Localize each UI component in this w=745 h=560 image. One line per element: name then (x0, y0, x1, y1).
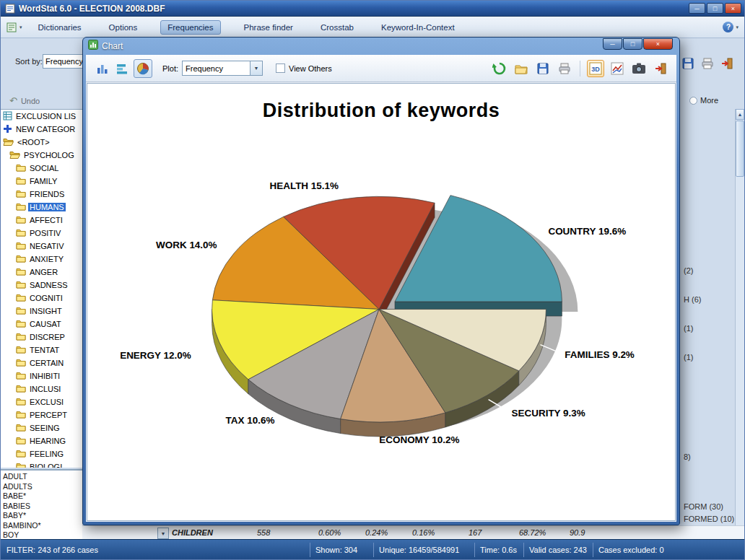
word-list-item[interactable]: BABY* (1, 511, 82, 521)
tree-item-label: ANGER (28, 268, 59, 276)
open-folder-icon[interactable] (513, 60, 530, 77)
word-list-item[interactable]: ADULT (1, 472, 82, 482)
tree-item-hearing[interactable]: HEARING (1, 434, 82, 447)
word-list-item[interactable]: BABIES (1, 502, 82, 512)
folder-icon (16, 241, 26, 251)
vertical-scrollbar[interactable]: ▲ ▼ (735, 109, 744, 541)
close-button[interactable]: × (725, 3, 741, 14)
tree-item-positiv[interactable]: POSITIV (1, 227, 82, 240)
undo-icon: ↶ (9, 95, 17, 106)
tree-item-seeing[interactable]: SEEING (1, 421, 82, 434)
minimize-button[interactable]: ─ (689, 3, 705, 14)
plot-dropdown-icon[interactable]: ▼ (250, 61, 262, 75)
tree-item-family[interactable]: FAMILY (1, 175, 82, 188)
folder-icon (16, 397, 26, 407)
tree-item-biologi[interactable]: BIOLOGI (1, 460, 82, 468)
tree-item-label: FAMILY (28, 177, 58, 185)
chart-close-button[interactable]: × (643, 38, 673, 50)
tree-item-certain[interactable]: CERTAIN (1, 356, 82, 369)
tab-keyword-in-context[interactable]: Keyword-In-Context (377, 21, 459, 34)
tree-item-causat[interactable]: CAUSAT (1, 318, 82, 331)
scroll-thumb[interactable] (736, 121, 744, 177)
table-cell: 558 (257, 528, 270, 537)
tree-item-discrep[interactable]: DISCREP (1, 331, 82, 344)
menu-app-icon[interactable]: ▾ (6, 22, 22, 33)
save-icon[interactable] (681, 57, 694, 73)
word-list-item[interactable]: BAMBINO* (1, 521, 82, 531)
folder-open-icon (3, 137, 14, 147)
folder-icon (16, 436, 26, 446)
tree-item-sadness[interactable]: SADNESS (1, 279, 82, 292)
print-chart-icon[interactable] (556, 60, 573, 77)
exit-chart-icon[interactable] (652, 60, 669, 77)
tree-item-tentat[interactable]: TENTAT (1, 344, 82, 356)
camera-icon[interactable] (630, 60, 648, 77)
list-icon (3, 111, 12, 122)
tree-item-negativ[interactable]: NEGATIV (1, 240, 82, 253)
app-icon (5, 4, 15, 14)
vertical-bar-chart-button[interactable] (93, 59, 112, 78)
background-text-fragment: (1) (684, 353, 693, 362)
tree-item-humans[interactable]: HUMANS (1, 201, 82, 214)
chart-window: Chart ─ □ × Plot: Frequency ▼ View Other… (82, 37, 680, 525)
word-list-item[interactable]: BABE* (1, 491, 82, 502)
tree-item-cogniti[interactable]: COGNITI (1, 292, 82, 305)
help-icon: ? (723, 22, 733, 32)
tree-item-exclusion-lis[interactable]: EXCLUSION LIS (1, 110, 82, 123)
pie-label-security: SECURITY 9.3% (512, 408, 585, 419)
chart-maximize-button[interactable]: □ (623, 38, 642, 50)
print-icon[interactable] (701, 57, 714, 73)
tree-item-affecti[interactable]: AFFECTI (1, 214, 82, 227)
folder-icon (16, 163, 26, 173)
tab-crosstab[interactable]: Crosstab (316, 21, 358, 34)
maximize-button[interactable]: □ (707, 3, 723, 14)
sort-by-label: Sort by: (15, 57, 43, 66)
word-list: ADULTADULTSBABE*BABIESBABY*BAMBINO*BOY (1, 469, 82, 541)
tree-item-new-categor[interactable]: NEW CATEGOR (1, 123, 82, 136)
tree-item-exclusi[interactable]: EXCLUSI (1, 395, 82, 408)
horizontal-bar-chart-button[interactable] (113, 59, 132, 78)
chart-titlebar[interactable]: Chart ─ □ × (83, 38, 679, 54)
more-label: More (700, 96, 718, 105)
tree-item-social[interactable]: SOCIAL (1, 162, 82, 175)
chart-window-icon (88, 40, 98, 53)
tab-phrase-finder[interactable]: Phrase finder (240, 21, 297, 34)
tab-options[interactable]: Options (105, 21, 142, 34)
chart-toolbar: Plot: Frequency ▼ View Others 3D (86, 55, 676, 82)
tab-dictionaries[interactable]: Dictionaries (34, 21, 86, 34)
toggle-3d-icon[interactable]: 3D (587, 60, 604, 77)
tree-item-label: PERCEPT (28, 411, 69, 419)
more-radio[interactable]: More (689, 96, 718, 105)
menu-bar: ▾ Dictionaries Options Frequencies Phras… (1, 17, 744, 38)
folder-icon (16, 358, 26, 368)
tab-frequencies[interactable]: Frequencies (160, 20, 220, 35)
tree-item-anxiety[interactable]: ANXIETY (1, 253, 82, 266)
tree-item-inhibiti[interactable]: INHIBITI (1, 369, 82, 382)
status-bar: FILTER: 243 of 266 cases Shown: 304 Uniq… (1, 539, 744, 559)
svg-text:3D: 3D (591, 66, 600, 73)
tree-item-anger[interactable]: ANGER (1, 266, 82, 279)
rotate-chart-icon[interactable] (491, 60, 508, 77)
pie-chart-button[interactable] (134, 59, 152, 78)
tree-item-insight[interactable]: INSIGHT (1, 305, 82, 318)
help-button[interactable]: ? ▾ (723, 22, 739, 32)
scroll-up-icon[interactable]: ▲ (736, 109, 744, 120)
undo-button[interactable]: ↶ Undo (9, 95, 40, 106)
tree-item--root-[interactable]: <ROOT> (1, 136, 82, 149)
row-dropdown[interactable]: ▼ (157, 528, 169, 539)
save-chart-icon[interactable] (534, 60, 552, 77)
chart-minimize-button[interactable]: ─ (603, 38, 622, 50)
word-list-item[interactable]: ADULTS (1, 482, 82, 492)
help-caret-icon: ▾ (736, 25, 739, 30)
tree-item-psycholog[interactable]: PSYCHOLOG (1, 149, 82, 162)
tree-item-percept[interactable]: PERCEPT (1, 408, 82, 421)
tree-item-inclusi[interactable]: INCLUSI (1, 382, 82, 395)
tree-item-friends[interactable]: FRIENDS (1, 188, 82, 201)
exit-icon[interactable] (720, 57, 733, 73)
view-others-checkbox[interactable] (276, 64, 285, 73)
tree-item-label: CAUSAT (28, 320, 63, 328)
tree-item-feeling[interactable]: FEELING (1, 447, 82, 460)
plot-select[interactable]: Frequency ▼ (182, 61, 263, 76)
frequencies-table-row: ▼ CHILDREN 5580.60%0.24%0.16%16768.72%90… (82, 525, 744, 541)
edit-chart-icon[interactable] (609, 60, 626, 77)
